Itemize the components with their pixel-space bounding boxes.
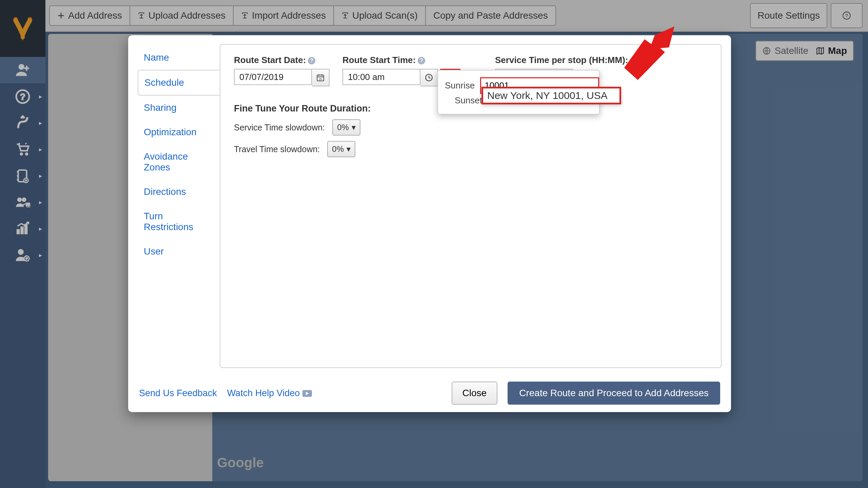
tab-avoidance-zones[interactable]: Avoidance Zones — [138, 144, 220, 180]
clock-button[interactable] — [420, 69, 438, 86]
service-time-label: Service Time per stop (HH:MM):? — [495, 55, 637, 65]
create-route-button[interactable]: Create Route and Proceed to Add Addresse… — [508, 382, 720, 405]
route-start-date-input[interactable] — [234, 69, 312, 85]
modal-tabs: Name Schedule Sharing Optimization Avoid… — [128, 35, 220, 374]
tab-name[interactable]: Name — [138, 45, 220, 70]
close-button[interactable]: Close — [452, 382, 498, 405]
route-start-time-input[interactable] — [342, 69, 420, 85]
sunset-label: Sunset — [445, 95, 482, 106]
send-feedback-link[interactable]: Send Us Feedback — [139, 388, 217, 399]
help-icon[interactable]: ? — [418, 57, 425, 64]
tab-user[interactable]: User — [138, 239, 220, 264]
calendar-button[interactable]: 28 — [312, 69, 330, 86]
sunrise-label: Sunrise — [445, 80, 475, 91]
calendar-icon: 28 — [316, 73, 325, 82]
clock-icon — [425, 73, 433, 82]
service-slowdown-label: Service Time slowdown: — [234, 123, 325, 133]
schedule-panel: Route Start Date:? 28 Route Start Time:? — [220, 44, 722, 368]
tab-turn-restrictions[interactable]: Turn Restrictions — [138, 204, 220, 239]
location-suggestion[interactable]: New York, NY 10001, USA — [481, 87, 621, 104]
service-slowdown-select[interactable]: 0%▾ — [332, 119, 360, 136]
route-start-date-field: Route Start Date:? 28 — [234, 55, 330, 86]
travel-slowdown-label: Travel Time slowdown: — [234, 144, 320, 154]
travel-slowdown-select[interactable]: 0%▾ — [327, 141, 355, 157]
play-icon — [302, 390, 312, 397]
tab-optimization[interactable]: Optimization — [138, 120, 220, 144]
tab-schedule[interactable]: Schedule — [138, 70, 220, 96]
route-start-date-label: Route Start Date:? — [234, 55, 315, 65]
help-icon[interactable]: ? — [630, 57, 637, 64]
watch-help-video-link[interactable]: Watch Help Video — [227, 388, 312, 399]
svg-text:28: 28 — [319, 78, 322, 81]
help-icon[interactable]: ? — [308, 57, 315, 64]
tab-sharing[interactable]: Sharing — [138, 96, 220, 120]
route-settings-modal: Name Schedule Sharing Optimization Avoid… — [128, 35, 731, 412]
caret-down-icon: ▾ — [352, 123, 356, 132]
route-start-time-label: Route Start Time:? — [342, 55, 425, 65]
tab-directions[interactable]: Directions — [138, 180, 220, 204]
caret-down-icon: ▾ — [347, 144, 351, 154]
modal-footer: Send Us Feedback Watch Help Video Close … — [128, 374, 731, 412]
